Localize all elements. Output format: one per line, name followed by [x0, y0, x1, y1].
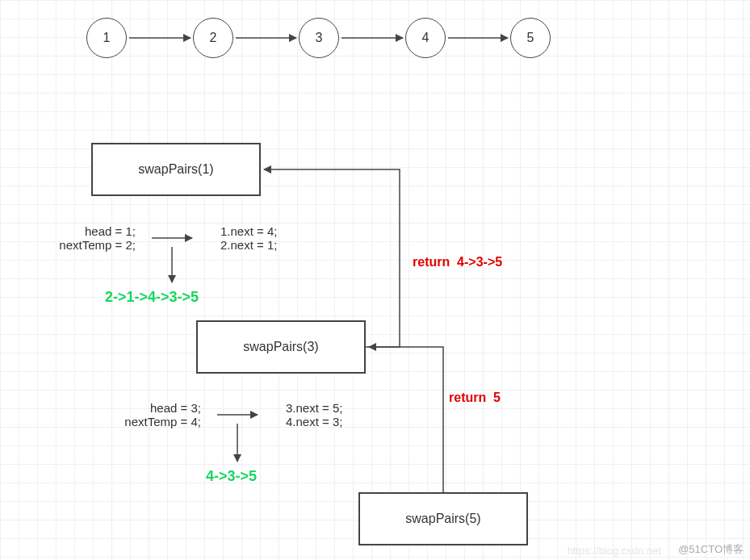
arrows-overlay [0, 0, 750, 560]
call1-result: 2->1->4->3->5 [105, 289, 199, 306]
call2-result: 4->3->5 [206, 468, 257, 485]
call-box-label: swapPairs(1) [138, 162, 213, 177]
watermark: @51CTO博客 [678, 542, 744, 557]
diagram-stage: 1 2 3 4 5 swapPairs(1) head = 1; nextTem… [0, 0, 750, 560]
call1-vars-left: head = 1; nextTemp = 2; [23, 224, 136, 252]
list-node-label: 2 [210, 31, 217, 45]
call-box-2: swapPairs(3) [196, 320, 366, 374]
return-label-1: return 4->3->5 [413, 255, 502, 270]
watermark-faint: https://blog.csdn.net [568, 545, 661, 557]
list-node-2: 2 [193, 18, 233, 58]
list-node-label: 1 [103, 31, 111, 45]
list-node-4: 4 [405, 18, 446, 58]
call1-vars-right: 1.next = 4; 2.next = 1; [220, 224, 277, 252]
call-box-3: swapPairs(5) [358, 492, 528, 545]
list-node-1: 1 [86, 18, 127, 58]
return-label-2: return 5 [449, 391, 501, 405]
list-node-label: 3 [316, 31, 323, 45]
call-box-label: swapPairs(3) [243, 340, 318, 354]
call-box-label: swapPairs(5) [405, 512, 480, 526]
list-node-3: 3 [299, 18, 339, 58]
list-node-label: 5 [527, 31, 534, 45]
call2-vars-left: head = 3; nextTemp = 4; [88, 401, 201, 428]
list-node-5: 5 [510, 18, 551, 58]
list-node-label: 4 [422, 31, 429, 45]
call-box-1: swapPairs(1) [91, 143, 261, 196]
call2-vars-right: 3.next = 5; 4.next = 3; [286, 401, 342, 428]
